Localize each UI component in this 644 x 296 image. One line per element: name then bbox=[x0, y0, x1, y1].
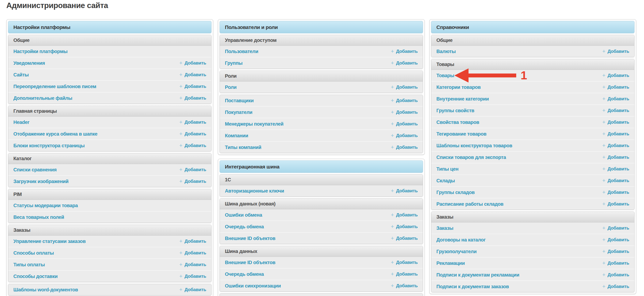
model-link[interactable]: Шаблоны конструктора товаров bbox=[436, 143, 512, 148]
model-link[interactable]: Группы свойств bbox=[436, 108, 474, 114]
model-link[interactable]: Блоки конструктора страницы bbox=[14, 143, 85, 148]
model-link[interactable]: Типы оплаты bbox=[14, 262, 45, 268]
add-link-label: Добавить bbox=[396, 212, 418, 218]
add-link[interactable]: +Добавить bbox=[602, 237, 629, 242]
add-link[interactable]: +Добавить bbox=[180, 250, 206, 256]
model-link[interactable]: Тегирование товаров bbox=[436, 131, 486, 137]
add-link[interactable]: +Добавить bbox=[602, 73, 629, 78]
model-link[interactable]: Способы оплаты bbox=[14, 250, 54, 256]
model-link[interactable]: Дополнительные файлы bbox=[14, 96, 72, 101]
model-link[interactable]: Категории товаров bbox=[436, 84, 481, 90]
model-link[interactable]: Списки сравнения bbox=[14, 167, 56, 172]
add-link[interactable]: +Добавить bbox=[602, 120, 629, 125]
add-link[interactable]: +Добавить bbox=[602, 143, 629, 148]
add-link[interactable]: +Добавить bbox=[602, 108, 629, 113]
model-link[interactable]: Поставщики bbox=[225, 98, 254, 104]
add-link[interactable]: +Добавить bbox=[180, 72, 206, 78]
model-link[interactable]: Авторизационные ключи bbox=[225, 188, 284, 194]
add-link[interactable]: +Добавить bbox=[180, 131, 206, 136]
add-link[interactable]: +Добавить bbox=[391, 272, 418, 277]
add-link[interactable]: +Добавить bbox=[391, 283, 418, 288]
add-link[interactable]: +Добавить bbox=[180, 179, 206, 184]
model-link[interactable]: Очередь обмена bbox=[225, 224, 264, 230]
add-link[interactable]: +Добавить bbox=[602, 260, 629, 266]
model-link[interactable]: Уведомления bbox=[14, 60, 45, 66]
add-link[interactable]: +Добавить bbox=[180, 84, 206, 89]
model-link[interactable]: Внутренние категории bbox=[436, 96, 489, 102]
add-link[interactable]: +Добавить bbox=[391, 121, 418, 126]
model-link[interactable]: Внешние ID объектов bbox=[225, 260, 275, 265]
model-link[interactable]: Склады bbox=[436, 178, 455, 184]
model-link[interactable]: Шаблоны word-документов bbox=[14, 287, 78, 292]
model-link[interactable]: Внешние ID объектов bbox=[225, 236, 275, 241]
model-link[interactable]: Типы компаний bbox=[225, 144, 262, 150]
model-link[interactable]: Настройки платформы bbox=[14, 49, 68, 54]
model-link[interactable]: Менеджеры покупателей bbox=[225, 121, 284, 127]
model-link[interactable]: Рекламации bbox=[436, 260, 465, 266]
model-link[interactable]: Подписи к документам рекламации bbox=[436, 272, 520, 278]
add-link[interactable]: +Добавить bbox=[391, 110, 418, 115]
model-link[interactable]: Покупатели bbox=[225, 110, 252, 115]
add-link[interactable]: +Добавить bbox=[391, 260, 418, 265]
model-link[interactable]: Списки товаров для экспорта bbox=[436, 154, 506, 160]
add-link[interactable]: +Добавить bbox=[602, 96, 629, 102]
add-link[interactable]: +Добавить bbox=[602, 284, 629, 289]
add-link[interactable]: +Добавить bbox=[602, 201, 629, 207]
model-link[interactable]: Подписи к документам заказов bbox=[436, 284, 509, 290]
model-link[interactable]: Ошибки обмена bbox=[225, 212, 262, 218]
model-link[interactable]: Договоры на каталог bbox=[436, 237, 486, 243]
model-link[interactable]: Группы bbox=[225, 60, 243, 66]
add-link[interactable]: +Добавить bbox=[602, 131, 629, 136]
model-link[interactable]: Способы доставки bbox=[14, 274, 58, 279]
model-link[interactable]: Статусы модерации товара bbox=[14, 203, 78, 208]
add-link[interactable]: +Добавить bbox=[602, 226, 629, 231]
add-link[interactable]: +Добавить bbox=[391, 144, 418, 150]
add-link[interactable]: +Добавить bbox=[391, 98, 418, 103]
add-link[interactable]: +Добавить bbox=[391, 188, 418, 194]
add-link[interactable]: +Добавить bbox=[391, 60, 418, 66]
add-link[interactable]: +Добавить bbox=[180, 262, 206, 267]
model-link[interactable]: Типы цен bbox=[436, 166, 458, 172]
model-link[interactable]: Заказы bbox=[436, 226, 454, 231]
add-link[interactable]: +Добавить bbox=[391, 212, 418, 218]
add-link[interactable]: +Добавить bbox=[602, 272, 629, 278]
model-link[interactable]: Очередь обмена bbox=[225, 272, 264, 277]
model-link[interactable]: Переопределение шаблонов писем bbox=[14, 84, 96, 89]
model-link[interactable]: Отображение курса обмена в шапке bbox=[14, 131, 97, 137]
model-link[interactable]: Веса товарных полей bbox=[14, 214, 64, 220]
add-link[interactable]: +Добавить bbox=[602, 190, 629, 195]
add-link[interactable]: +Добавить bbox=[180, 60, 206, 66]
model-link[interactable]: Расписание работы складов bbox=[436, 201, 504, 207]
model-link[interactable]: Товары bbox=[436, 73, 454, 78]
model-link[interactable]: Header bbox=[14, 120, 29, 125]
model-link[interactable]: Грузополучатели bbox=[436, 249, 476, 254]
model-link[interactable]: Группы складов bbox=[436, 190, 474, 195]
add-link[interactable]: +Добавить bbox=[180, 287, 206, 292]
add-link[interactable]: +Добавить bbox=[391, 133, 418, 138]
model-link[interactable]: Валюты bbox=[436, 49, 456, 54]
add-link[interactable]: +Добавить bbox=[180, 96, 206, 101]
add-link[interactable]: +Добавить bbox=[391, 49, 418, 54]
model-link[interactable]: Сайты bbox=[14, 72, 29, 78]
add-link[interactable]: +Добавить bbox=[391, 224, 418, 229]
add-link[interactable]: +Добавить bbox=[602, 178, 629, 183]
add-link[interactable]: +Добавить bbox=[602, 249, 629, 254]
add-link[interactable]: +Добавить bbox=[602, 166, 629, 172]
model-link[interactable]: Роли bbox=[225, 84, 236, 90]
model-link[interactable]: Свойства товаров bbox=[436, 120, 479, 125]
model-link[interactable]: Ошибки синхронизации bbox=[225, 283, 281, 289]
add-link[interactable]: +Добавить bbox=[391, 84, 418, 90]
model-link[interactable]: Пользователи bbox=[225, 49, 258, 54]
add-link[interactable]: +Добавить bbox=[602, 154, 629, 160]
add-link[interactable]: +Добавить bbox=[602, 49, 629, 54]
add-link[interactable]: +Добавить bbox=[391, 236, 418, 241]
add-link[interactable]: +Добавить bbox=[180, 238, 206, 244]
model-link[interactable]: Загрузчик изображений bbox=[14, 179, 68, 184]
add-link[interactable]: +Добавить bbox=[180, 120, 206, 125]
add-link[interactable]: +Добавить bbox=[180, 274, 206, 279]
model-link[interactable]: Компании bbox=[225, 133, 248, 138]
add-link[interactable]: +Добавить bbox=[180, 167, 206, 172]
model-link[interactable]: Управление статусами заказов bbox=[14, 238, 86, 244]
add-link[interactable]: +Добавить bbox=[180, 143, 206, 148]
add-link[interactable]: +Добавить bbox=[602, 84, 629, 90]
